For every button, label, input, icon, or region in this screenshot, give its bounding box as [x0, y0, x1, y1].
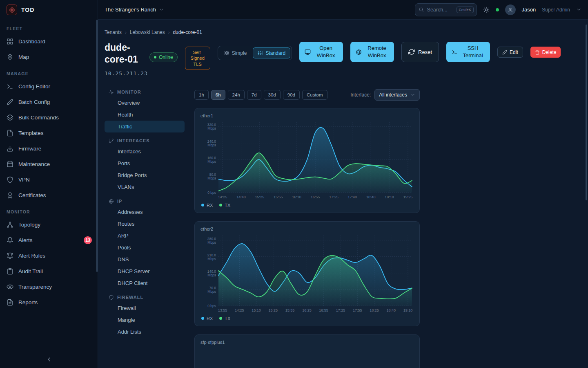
legend-item-tx[interactable]: TX	[219, 316, 230, 321]
sidebar-item-transparency[interactable]: Transparency	[0, 279, 98, 294]
content-scrollbar[interactable]	[586, 25, 587, 200]
svg-text:14:25: 14:25	[218, 195, 227, 199]
svg-text:17:25: 17:25	[329, 195, 339, 199]
subnav-item-dhcp-client[interactable]: DHCP Client	[105, 277, 185, 289]
legend-item-rx[interactable]: RX	[201, 203, 213, 208]
pen-icon	[502, 50, 507, 55]
device-header: dude-core-01 10.25.211.23 Online Self-Si…	[105, 42, 581, 76]
breadcrumb-tenants[interactable]: Tenants	[105, 29, 122, 35]
subnav-item-vlans[interactable]: VLANs	[105, 181, 185, 193]
subnav-item-pools[interactable]: Pools	[105, 242, 185, 254]
status-label: Online	[159, 54, 173, 60]
tls-badge: Self-Signed TLS	[185, 47, 210, 70]
sidebar-item-audit-trail[interactable]: Audit Trail	[0, 263, 98, 279]
subnav-section-interfaces: INTERFACES	[105, 138, 185, 144]
subnav-item-firewall[interactable]: Firewall	[105, 302, 185, 314]
bell-icon	[7, 237, 13, 244]
sidebar-item-alerts[interactable]: Alerts 13	[0, 232, 98, 248]
subnav-item-routes[interactable]: Routes	[105, 218, 185, 230]
open-winbox-button[interactable]: Open WinBox	[299, 42, 343, 62]
range-7d-button[interactable]: 7d	[247, 90, 261, 100]
interface-select[interactable]: All interfaces	[374, 89, 420, 101]
ssh-terminal-button[interactable]: SSH Terminal	[446, 42, 490, 62]
legend-item-rx[interactable]: RX	[201, 316, 213, 321]
sidebar-item-dashboard[interactable]: Dashboard	[0, 34, 98, 49]
subnav-item-mangle[interactable]: Mangle	[105, 314, 185, 326]
breadcrumb-device: dude-core-01	[173, 29, 202, 35]
sidebar-item-topology[interactable]: Topology	[0, 217, 98, 232]
subnav-item-addresses[interactable]: Addresses	[105, 206, 185, 218]
svg-text:16:55: 16:55	[319, 308, 328, 312]
open-winbox-label: Open WinBox	[314, 45, 338, 59]
subnav-item-overview[interactable]: Overview	[105, 97, 185, 109]
subnav-item-dhcp-server[interactable]: DHCP Server	[105, 265, 185, 277]
traffic-chart-card-sfp: sfp-sfpplus1	[194, 334, 420, 368]
svg-text:Mbps: Mbps	[207, 143, 216, 147]
sidebar-item-label: Templates	[18, 130, 44, 136]
legend-dot	[219, 317, 222, 320]
svg-text:15:25: 15:25	[269, 308, 278, 312]
svg-text:0 bps: 0 bps	[207, 304, 216, 308]
shield-icon	[7, 176, 13, 183]
subnav-item-arp[interactable]: ARP	[105, 230, 185, 242]
sidebar-item-config-editor[interactable]: Config Editor	[0, 79, 98, 94]
subnav-item-addr-lists[interactable]: Addr Lists	[105, 326, 185, 338]
subnav-item-ports[interactable]: Ports	[105, 157, 185, 169]
mode-simple-button[interactable]: Simple	[219, 47, 252, 58]
traffic-chart-card-ether1: ether1 14:2514:4015:2515:5516:1016:5517:…	[194, 108, 420, 213]
alerts-count-badge: 13	[84, 236, 92, 244]
trash-icon	[535, 50, 540, 55]
edit-button[interactable]: Edit	[497, 47, 523, 58]
sidebar-scrollbar[interactable]	[96, 20, 98, 272]
sidebar-collapse-button[interactable]	[0, 351, 98, 368]
delete-button[interactable]: Delete	[530, 47, 561, 58]
range-24h-button[interactable]: 24h	[228, 90, 245, 100]
remote-winbox-button[interactable]: Remote WinBox	[350, 42, 394, 62]
chart-title: ether1	[200, 113, 414, 118]
tenant-selector[interactable]: The Stranger's Ranch	[105, 7, 164, 13]
subnav-item-traffic[interactable]: Traffic	[105, 121, 185, 132]
globe-icon	[356, 49, 362, 55]
sidebar-item-certificates[interactable]: Certificates	[0, 187, 98, 203]
mode-standard-button[interactable]: Standard	[253, 47, 290, 58]
user-menu-chevron-icon[interactable]	[576, 7, 581, 12]
sidebar-item-templates[interactable]: Templates	[0, 125, 98, 141]
app-logo[interactable]: TOD	[0, 0, 98, 20]
sidebar-item-map[interactable]: Map	[0, 49, 98, 65]
range-6h-button[interactable]: 6h	[211, 90, 225, 100]
sidebar-item-batch-config[interactable]: Batch Config	[0, 94, 98, 110]
svg-text:Mbps: Mbps	[207, 273, 216, 277]
range-30d-button[interactable]: 30d	[264, 90, 281, 100]
search-input[interactable]	[427, 7, 453, 13]
delete-label: Delete	[542, 49, 557, 55]
breadcrumb-tenant[interactable]: Lebowski Lanes	[130, 29, 165, 35]
subnav-item-health[interactable]: Health	[105, 109, 185, 121]
chart-legend: RXTX	[200, 203, 414, 208]
sidebar-item-bulk-commands[interactable]: Bulk Commands	[0, 110, 98, 125]
svg-text:16:55: 16:55	[311, 195, 320, 199]
legend-dot	[201, 317, 204, 320]
sidebar-item-firmware[interactable]: Firmware	[0, 141, 98, 156]
sidebar-item-alert-rules[interactable]: Alert Rules	[0, 248, 98, 263]
svg-text:19:10: 19:10	[403, 308, 413, 312]
sidebar-item-maintenance[interactable]: Maintenance	[0, 156, 98, 172]
monitor-icon	[305, 49, 311, 55]
subnav-item-bridge-ports[interactable]: Bridge Ports	[105, 169, 185, 181]
sidebar-item-vpn[interactable]: VPN	[0, 172, 98, 187]
subnav-item-dns[interactable]: DNS	[105, 254, 185, 265]
legend-label: RX	[207, 203, 213, 208]
range-1h-button[interactable]: 1h	[194, 90, 209, 100]
sidebar-item-reports[interactable]: Reports	[0, 294, 98, 310]
avatar[interactable]	[505, 4, 516, 15]
reset-button[interactable]: Reset	[401, 42, 439, 62]
legend-item-tx[interactable]: TX	[219, 203, 230, 208]
range-custom-button[interactable]: Custom	[302, 90, 327, 100]
theme-toggle-sun-icon[interactable]	[483, 7, 490, 13]
breadcrumb-separator: ›	[125, 30, 127, 35]
search-box[interactable]: Cmd+K	[415, 3, 477, 16]
chevron-left-icon	[46, 356, 52, 363]
subnav-item-interfaces[interactable]: Interfaces	[105, 146, 185, 157]
online-dot	[154, 56, 156, 58]
range-90d-button[interactable]: 90d	[283, 90, 300, 100]
svg-text:16:10: 16:10	[292, 195, 301, 199]
